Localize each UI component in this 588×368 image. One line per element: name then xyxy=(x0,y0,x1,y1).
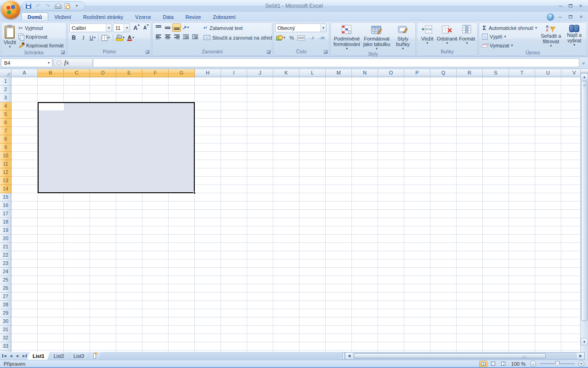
scroll-left-button[interactable]: ◀ xyxy=(345,353,353,359)
column-header-Q[interactable]: Q xyxy=(430,69,457,77)
cut-button[interactable]: ✂ Vyjmout xyxy=(17,23,65,32)
column-header-U[interactable]: U xyxy=(535,69,561,77)
fill-color-button[interactable]: ▾ xyxy=(115,34,125,42)
doc-close-button[interactable]: × xyxy=(577,13,586,21)
row-header-27[interactable]: 27 xyxy=(0,293,11,301)
row-header-26[interactable]: 26 xyxy=(0,284,11,293)
scroll-right-button[interactable]: ▶ xyxy=(577,353,584,359)
row-header-32[interactable]: 32 xyxy=(0,334,11,342)
zoom-out-button[interactable]: – xyxy=(530,361,536,367)
row-header-20[interactable]: 20 xyxy=(0,235,11,243)
column-header-C[interactable]: C xyxy=(64,69,90,77)
row-header-15[interactable]: 15 xyxy=(0,193,11,201)
office-button[interactable] xyxy=(1,0,20,19)
active-cell[interactable] xyxy=(39,103,64,110)
font-name-select[interactable]: Calibri ▾ xyxy=(69,23,112,32)
merge-center-button[interactable]: ↔ Sloučit a zarovnat na střed ▾ xyxy=(202,33,277,42)
column-header-L[interactable]: L xyxy=(300,69,326,77)
accounting-format-button[interactable]: ▾ xyxy=(275,34,286,42)
format-painter-button[interactable]: Kopírovat formát xyxy=(17,41,65,50)
row-header-29[interactable]: 29 xyxy=(0,309,11,317)
row-header-25[interactable]: 25 xyxy=(0,276,11,284)
paste-button[interactable]: Vložit ▾ xyxy=(3,23,17,50)
clear-button[interactable]: Vymazat ▾ xyxy=(481,41,538,50)
row-header-22[interactable]: 22 xyxy=(0,251,11,259)
doc-restore-button[interactable] xyxy=(566,13,575,21)
column-header-G[interactable]: G xyxy=(169,69,195,77)
align-left-button[interactable] xyxy=(154,33,163,41)
fill-handle[interactable] xyxy=(193,192,196,194)
row-header-33[interactable]: 33 xyxy=(0,342,11,351)
expand-formula-bar-button[interactable]: » xyxy=(580,58,587,67)
alignment-dialog-launcher[interactable] xyxy=(267,50,271,54)
column-header-S[interactable]: S xyxy=(483,69,509,77)
zoom-slider-thumb[interactable] xyxy=(555,361,560,366)
insert-worksheet-button[interactable] xyxy=(88,352,102,360)
row-header-12[interactable]: 12 xyxy=(0,168,11,177)
row-header-5[interactable]: 5 xyxy=(0,110,11,119)
column-header-H[interactable]: H xyxy=(195,69,221,77)
column-header-A[interactable]: A xyxy=(11,69,38,77)
tab-view[interactable]: Zobrazení xyxy=(207,13,242,21)
column-header-N[interactable]: N xyxy=(352,69,378,77)
find-select-button[interactable]: Najít a vybrat ▾ xyxy=(563,23,585,50)
column-header-M[interactable]: M xyxy=(326,69,352,77)
increase-indent-button[interactable] xyxy=(191,33,199,41)
row-header-28[interactable]: 28 xyxy=(0,301,11,309)
decrease-indent-button[interactable] xyxy=(181,33,190,41)
conditional-formatting-button[interactable]: Podmíněné formátování ▾ xyxy=(333,23,361,51)
font-dialog-launcher[interactable] xyxy=(146,50,150,54)
copy-button[interactable]: Kopírovat xyxy=(17,32,65,41)
formula-input[interactable] xyxy=(94,58,579,67)
comma-style-button[interactable]: 000 xyxy=(297,34,305,42)
row-header-8[interactable]: 8 xyxy=(0,135,11,144)
tab-page-layout[interactable]: Rozložení stránky xyxy=(77,13,129,21)
restore-button[interactable] xyxy=(566,2,575,10)
row-header-30[interactable]: 30 xyxy=(0,317,11,326)
row-header-1[interactable]: 1 xyxy=(0,77,11,86)
row-header-10[interactable]: 10 xyxy=(0,152,11,160)
print-preview-button[interactable] xyxy=(63,2,71,10)
tab-data[interactable]: Data xyxy=(157,13,180,21)
decrease-decimal-button[interactable]: →,00 xyxy=(316,34,325,42)
row-header-17[interactable]: 17 xyxy=(0,210,11,218)
first-sheet-button[interactable]: ◀ xyxy=(1,353,7,359)
horizontal-split-handle[interactable] xyxy=(585,352,588,360)
sheet-tab-list3[interactable]: List3 xyxy=(68,352,90,360)
font-size-select[interactable]: 11 ▾ xyxy=(113,23,130,32)
format-as-table-button[interactable]: Formátovat jako tabulku ▾ xyxy=(362,23,391,51)
undo-button[interactable]: ↶ xyxy=(34,2,42,10)
clipboard-dialog-launcher[interactable] xyxy=(61,51,65,55)
align-right-button[interactable] xyxy=(172,33,181,41)
tab-home[interactable]: Domů xyxy=(21,12,48,21)
tab-review[interactable]: Revize xyxy=(180,13,207,21)
row-header-21[interactable]: 21 xyxy=(0,243,11,251)
row-header-6[interactable]: 6 xyxy=(0,119,11,127)
view-page-break-button[interactable] xyxy=(499,361,508,367)
row-header-9[interactable]: 9 xyxy=(0,144,11,152)
autosum-button[interactable]: Σ Automatické shrnutí ▾ xyxy=(481,23,538,32)
column-header-J[interactable]: J xyxy=(247,69,273,77)
percent-style-button[interactable]: % xyxy=(287,34,296,42)
column-header-V[interactable]: V xyxy=(561,69,580,77)
align-center-button[interactable] xyxy=(163,33,172,41)
row-header-4[interactable]: 4 xyxy=(0,102,11,110)
column-header-B[interactable]: B xyxy=(38,69,64,77)
customize-qat-button[interactable]: ▾ xyxy=(73,2,81,10)
delete-cells-button[interactable]: Odstranit ▾ xyxy=(436,23,458,49)
column-header-K[interactable]: K xyxy=(273,69,300,77)
fill-button[interactable]: ↓ Výplň ▾ xyxy=(481,32,538,41)
column-header-D[interactable]: D xyxy=(90,69,116,77)
column-header-O[interactable]: O xyxy=(378,69,404,77)
redo-button[interactable]: ↷ xyxy=(44,2,52,10)
align-bottom-button[interactable] xyxy=(172,23,181,32)
bold-button[interactable]: B xyxy=(69,34,78,42)
name-box[interactable]: B4 ▾ xyxy=(1,58,52,67)
insert-cells-button[interactable]: Vložit ▾ xyxy=(418,23,436,49)
row-header-24[interactable]: 24 xyxy=(0,268,11,276)
print-button[interactable] xyxy=(53,2,62,10)
selection-range[interactable] xyxy=(38,102,195,193)
select-all-button[interactable] xyxy=(0,69,11,77)
row-header-14[interactable]: 14 xyxy=(0,185,11,193)
borders-button[interactable]: ▾ xyxy=(101,34,111,42)
